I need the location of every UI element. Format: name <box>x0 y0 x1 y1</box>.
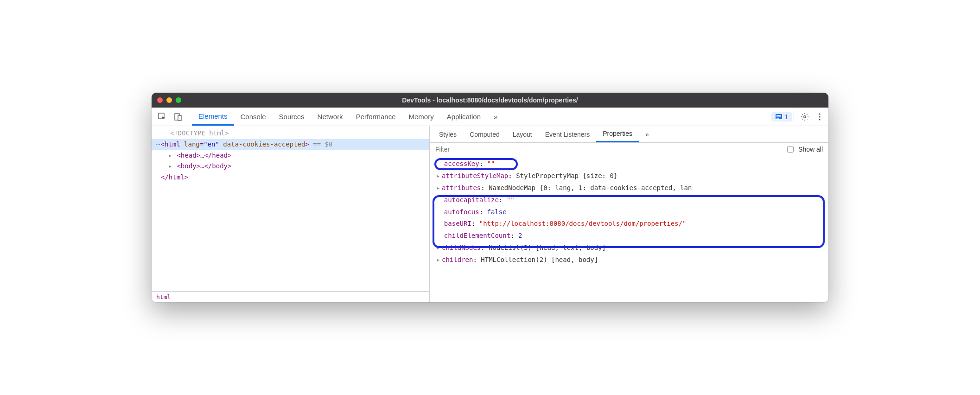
properties-list[interactable]: accessKey: "" ▸attributeStyleMap: StyleP… <box>430 156 828 302</box>
window-titlebar: DevTools - localhost:8080/docs/devtools/… <box>152 93 828 108</box>
tab-event-listeners[interactable]: Event Listeners <box>539 126 597 142</box>
dom-body-element[interactable]: ▸ <body>…</body> <box>152 161 429 172</box>
svg-point-7 <box>819 119 820 120</box>
tab-sources[interactable]: Sources <box>273 108 311 126</box>
window-title: DevTools - localhost:8080/docs/devtools/… <box>152 96 828 104</box>
filter-row: Show all <box>430 143 828 156</box>
tab-console[interactable]: Console <box>234 108 273 126</box>
prop-childelementcount[interactable]: childElementCount: 2 <box>433 230 825 242</box>
svg-point-5 <box>819 113 820 115</box>
breadcrumb[interactable]: html <box>152 291 429 302</box>
tab-memory[interactable]: Memory <box>402 108 440 126</box>
main-tabs: Elements Console Sources Network Perform… <box>192 108 504 126</box>
sidebar-panel: Styles Computed Layout Event Listeners P… <box>430 126 828 302</box>
gear-icon <box>801 113 809 121</box>
tab-more[interactable]: » <box>639 126 655 142</box>
tab-layout[interactable]: Layout <box>506 126 539 142</box>
device-toolbar-button[interactable] <box>170 110 186 124</box>
main-toolbar: Elements Console Sources Network Perform… <box>152 108 828 126</box>
prop-attributestylemap[interactable]: ▸attributeStyleMap: StylePropertyMap {si… <box>433 170 825 182</box>
tab-application[interactable]: Application <box>440 108 487 126</box>
tab-elements[interactable]: Elements <box>192 108 234 126</box>
tab-network[interactable]: Network <box>311 108 350 126</box>
settings-button[interactable] <box>796 110 814 124</box>
dom-head-element[interactable]: ▸ <head>…</head> <box>152 150 429 161</box>
tab-computed[interactable]: Computed <box>463 126 506 142</box>
expand-icon[interactable]: ▸ <box>436 254 442 266</box>
prop-autofocus[interactable]: autofocus: false <box>433 206 825 218</box>
tab-styles[interactable]: Styles <box>433 126 463 142</box>
filter-input[interactable] <box>435 146 783 153</box>
dom-tree[interactable]: <!DOCTYPE html> ⋯<html lang="en" data-co… <box>152 126 429 291</box>
prop-accesskey[interactable]: accessKey: "" <box>433 158 825 170</box>
prop-children[interactable]: ▸children: HTMLCollection(2) [head, body… <box>433 254 825 266</box>
issues-count: 1 <box>784 113 788 121</box>
toolbar-divider <box>794 111 794 122</box>
tab-properties[interactable]: Properties <box>596 126 639 142</box>
show-all-label: Show all <box>798 146 823 153</box>
kebab-icon <box>818 113 821 121</box>
svg-rect-2 <box>178 115 181 121</box>
svg-point-4 <box>804 115 806 117</box>
prop-attributes[interactable]: ▸attributes: NamedNodeMap {0: lang, 1: d… <box>433 182 825 194</box>
show-all-checkbox[interactable] <box>787 146 794 153</box>
inspect-element-button[interactable] <box>154 110 170 124</box>
elements-panel: <!DOCTYPE html> ⋯<html lang="en" data-co… <box>152 126 430 302</box>
toolbar-divider <box>188 111 188 122</box>
expand-icon[interactable]: ▸ <box>168 161 173 172</box>
dom-doctype[interactable]: <!DOCTYPE html> <box>152 128 429 139</box>
more-menu-button[interactable] <box>814 110 826 124</box>
prop-autocapitalize[interactable]: autocapitalize: "" <box>433 194 825 206</box>
expand-icon[interactable]: ▸ <box>436 182 442 194</box>
sidebar-tabs: Styles Computed Layout Event Listeners P… <box>430 126 828 143</box>
expand-icon[interactable]: ▸ <box>168 150 173 161</box>
issues-badge[interactable]: 1 <box>771 112 792 121</box>
devtools-window: DevTools - localhost:8080/docs/devtools/… <box>152 93 828 302</box>
issues-icon <box>775 113 783 121</box>
prop-baseuri[interactable]: baseURI: "http://localhost:8080/docs/dev… <box>433 218 825 230</box>
expand-icon[interactable]: ▸ <box>436 242 442 254</box>
dom-html-close[interactable]: </html> <box>152 172 429 183</box>
prop-childnodes[interactable]: ▸childNodes: NodeList(3) [head, text, bo… <box>433 242 825 254</box>
expand-icon[interactable]: ▸ <box>436 170 442 182</box>
tab-more[interactable]: » <box>487 108 504 126</box>
dom-html-element[interactable]: ⋯<html lang="en" data-cookies-accepted> … <box>152 139 429 150</box>
svg-point-6 <box>819 116 820 117</box>
content-area: <!DOCTYPE html> ⋯<html lang="en" data-co… <box>152 126 828 302</box>
tab-performance[interactable]: Performance <box>350 108 402 126</box>
